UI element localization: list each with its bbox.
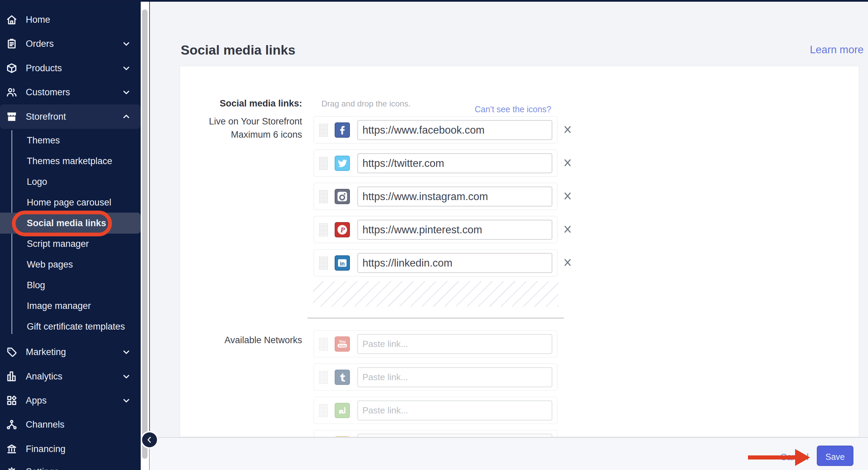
svg-text:P: P: [340, 226, 345, 234]
svg-text:You: You: [339, 339, 346, 344]
svg-text:Tube: Tube: [339, 344, 346, 348]
svg-text:in: in: [340, 261, 344, 267]
